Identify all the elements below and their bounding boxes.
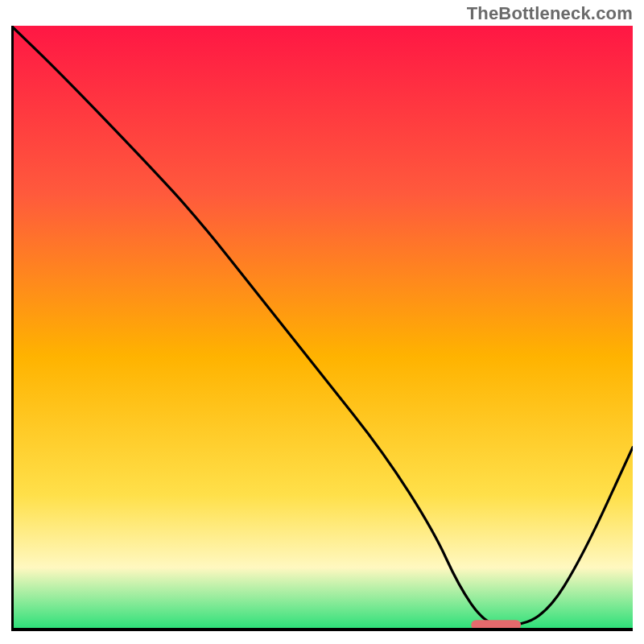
- plot-area: [11, 26, 633, 631]
- gradient-background: [11, 26, 633, 628]
- bottleneck-chart: [11, 26, 633, 631]
- chart-container: TheBottleneck.com: [0, 0, 644, 644]
- watermark-text: TheBottleneck.com: [467, 3, 633, 24]
